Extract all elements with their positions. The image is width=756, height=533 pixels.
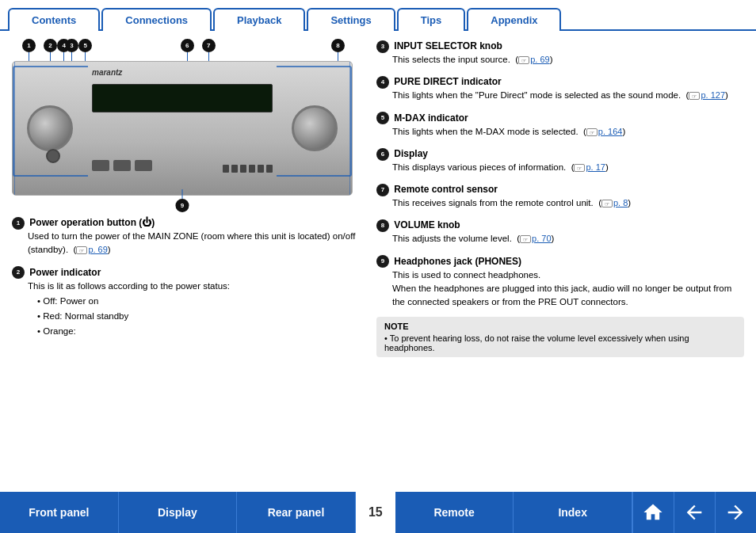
- ind-3: [240, 165, 246, 173]
- pin-2-circle: 2: [44, 39, 57, 52]
- pin-7-circle: 7: [202, 39, 216, 52]
- bottom-navigation: Front panel Display Rear panel 15 Remote…: [0, 492, 756, 533]
- right-item-4: 4 PURE DIRECT indicator This lights when…: [376, 74, 744, 102]
- pin-group-mid-right: 6 7: [181, 39, 216, 62]
- badge-2: 2: [12, 266, 25, 279]
- right-4-title: 4 PURE DIRECT indicator: [376, 74, 744, 89]
- tab-contents[interactable]: Contents: [8, 8, 100, 31]
- index-button[interactable]: Index: [514, 492, 632, 533]
- badge-7: 7: [376, 184, 389, 196]
- pin-5-circle: 5: [78, 39, 92, 52]
- display-button[interactable]: Display: [119, 492, 238, 533]
- device-logo: marantz: [92, 68, 122, 77]
- tab-connections[interactable]: Connections: [101, 8, 212, 31]
- desc-1-title: 1 Power operation button (⏻): [12, 215, 361, 230]
- back-icon: [683, 501, 705, 523]
- right-item-5: 5 M-DAX indicator This lights when the M…: [376, 111, 744, 139]
- note-label: NOTE: [384, 322, 736, 331]
- right-4-text: This lights when the "Pure Direct" mode …: [376, 89, 744, 102]
- note-item-1: • To prevent hearing loss, do not raise …: [384, 333, 736, 352]
- left-bracket: [13, 66, 88, 177]
- right-6-link[interactable]: p. 17: [586, 162, 605, 172]
- ind-5: [258, 165, 264, 173]
- tab-playback[interactable]: Playback: [213, 8, 305, 31]
- bullet-orange: Orange:: [37, 325, 361, 338]
- forward-icon: [724, 501, 746, 523]
- pin-labels-top: 1 2 3 4: [12, 39, 353, 62]
- right-8-text: This adjusts the volume level. (☞p. 70): [376, 232, 744, 246]
- right-3-text: This selects the input source. (☞p. 69): [376, 53, 744, 67]
- rear-panel-button[interactable]: Rear panel: [237, 492, 356, 533]
- ind-2: [231, 165, 238, 173]
- back-button[interactable]: [674, 492, 715, 533]
- right-panel: 3 INPUT SELECTOR knob This selects the i…: [376, 39, 744, 357]
- right-item-9: 9 Headphones jack (PHONES) This is used …: [376, 254, 744, 310]
- tab-tips[interactable]: Tips: [397, 8, 466, 31]
- right-9-line1: This is used to connect headphones.: [392, 268, 744, 282]
- left-panel: 1 2 3 4: [12, 39, 361, 357]
- right-7-text: This receives signals from the remote co…: [376, 196, 744, 210]
- main-content: 1 2 3 4: [0, 31, 756, 365]
- badge-4: 4: [376, 76, 389, 89]
- badge-6: 6: [376, 148, 389, 161]
- right-6-text: This displays various pieces of informat…: [376, 161, 744, 174]
- tab-appendix[interactable]: Appendix: [467, 8, 561, 31]
- desc-2-body: This is lit as follows according to the …: [12, 280, 361, 339]
- fp-btn-1: [92, 160, 109, 171]
- desc-item-1: 1 Power operation button (⏻) Used to tur…: [12, 215, 361, 257]
- right-item-6: 6 Display This displays various pieces o…: [376, 147, 744, 174]
- note-box: NOTE • To prevent hearing loss, do not r…: [376, 317, 744, 357]
- right-7-link[interactable]: p. 8: [613, 198, 628, 207]
- right-5-link[interactable]: p. 164: [598, 127, 623, 136]
- home-button[interactable]: [632, 492, 674, 533]
- badge-8: 8: [376, 219, 389, 232]
- display-visual: [92, 84, 273, 112]
- ind-1: [223, 165, 229, 173]
- top-navigation: Contents Connections Playback Settings T…: [0, 0, 756, 31]
- pin-6-circle: 6: [181, 39, 194, 52]
- right-8-title: 8 VOLUME knob: [376, 218, 744, 232]
- pin-9-line: [182, 189, 183, 199]
- right-6-title: 6 Display: [376, 147, 744, 161]
- forward-button[interactable]: [715, 492, 756, 533]
- remote-button[interactable]: Remote: [395, 492, 514, 533]
- page-number: 15: [356, 492, 395, 533]
- desc-2-title: 2 Power indicator: [12, 265, 361, 280]
- right-4-link[interactable]: p. 127: [701, 90, 725, 100]
- pin-5: 5: [78, 39, 92, 62]
- badge-3: 3: [376, 40, 389, 53]
- pin-2: 2: [44, 39, 57, 62]
- home-icon: [642, 501, 664, 523]
- right-5-title: 5 M-DAX indicator: [376, 111, 744, 125]
- front-panel-button[interactable]: Front panel: [0, 492, 119, 533]
- right-item-8: 8 VOLUME knob This adjusts the volume le…: [376, 218, 744, 246]
- pin-1: 1: [22, 39, 36, 62]
- right-7-title: 7 Remote control sensor: [376, 182, 744, 196]
- badge-1: 1: [12, 217, 25, 230]
- ind-4: [249, 165, 255, 173]
- pin-6: 6: [181, 39, 194, 62]
- fp-btn-3: [135, 160, 152, 171]
- right-3-title: 3 INPUT SELECTOR knob: [376, 39, 744, 53]
- right-item-3: 3 INPUT SELECTOR knob This selects the i…: [376, 39, 744, 67]
- right-8-link[interactable]: p. 70: [532, 234, 551, 243]
- ind-6: [266, 165, 273, 173]
- desc-1-text: Used to turn the power of the MAIN ZONE …: [12, 230, 361, 257]
- pin-8-circle: 8: [331, 39, 345, 52]
- fp-btn-2: [113, 160, 131, 171]
- pin-9-circle: 9: [176, 199, 189, 212]
- pin-8: 8: [331, 39, 345, 62]
- badge-5: 5: [376, 112, 389, 124]
- tab-settings[interactable]: Settings: [307, 8, 395, 31]
- device-illustration: 1 2 3 4: [12, 39, 353, 209]
- desc-1-link[interactable]: p. 69: [88, 245, 107, 254]
- right-3-link[interactable]: p. 69: [530, 55, 549, 64]
- front-buttons-row: [92, 160, 152, 171]
- right-9-text: This is used to connect headphones. When…: [376, 268, 744, 310]
- bullet-off: Off: Power on: [37, 295, 361, 308]
- right-9-title: 9 Headphones jack (PHONES): [376, 254, 744, 268]
- desc-2-bullets: Off: Power on Red: Normal standby Orange…: [28, 295, 361, 339]
- right-9-line2: When the headphones are plugged into thi…: [392, 282, 744, 310]
- indicator-row: [223, 165, 273, 173]
- pin-1-circle: 1: [22, 39, 36, 52]
